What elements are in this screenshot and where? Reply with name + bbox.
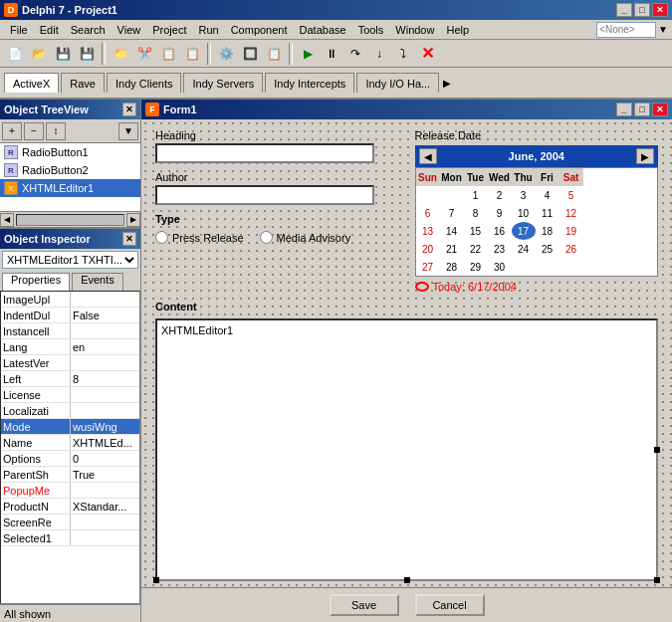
cal-day-empty3[interactable] [512,258,536,276]
treeview-hscrollbar[interactable]: ◀ ▶ [0,211,140,227]
cal-day-empty1[interactable] [416,186,440,204]
cal-day-22[interactable]: 22 [464,240,488,258]
tab-indy-intercepts[interactable]: Indy Intercepts [265,73,354,93]
treeview-item-xhtmleditor1[interactable]: X XHTMLEditor1 [0,179,140,197]
menu-run[interactable]: Run [192,22,224,38]
cal-day-18[interactable]: 18 [536,222,560,240]
treeview-close-button[interactable]: ✕ [122,103,136,116]
search-input[interactable] [596,22,656,38]
cancel-button[interactable]: Cancel [415,594,485,616]
cal-day-4[interactable]: 4 [536,186,560,204]
cal-day-empty4[interactable] [536,258,560,276]
cal-day-25[interactable]: 25 [536,240,560,258]
cal-day-12[interactable]: 12 [560,204,583,222]
cal-day-15[interactable]: 15 [464,222,488,240]
author-input[interactable] [155,185,374,205]
menu-help[interactable]: Help [440,22,475,38]
cal-day-16[interactable]: 16 [488,222,512,240]
treeview-item-radiobutton1[interactable]: R RadioButton1 [0,143,140,161]
cal-day-10[interactable]: 10 [512,204,536,222]
tab-events[interactable]: Events [72,273,123,291]
new-form-button[interactable]: 📋 [263,43,285,65]
inspector-object-select[interactable]: XHTMLEditor1 TXHTI... [2,251,138,269]
project-options-button[interactable]: 📋 [181,43,203,65]
menu-component[interactable]: Component [225,22,294,38]
heading-input[interactable] [155,143,374,163]
cal-day-20[interactable]: 20 [416,240,440,258]
menu-file[interactable]: File [4,22,34,38]
menu-window[interactable]: Window [389,22,440,38]
stop-button[interactable]: ✕ [416,43,438,65]
menu-database[interactable]: Database [294,22,352,38]
step-into-button[interactable]: ↓ [368,43,390,65]
cal-day-27[interactable]: 27 [416,258,440,276]
tv-new-button[interactable]: + [2,122,22,140]
menu-edit[interactable]: Edit [34,22,65,38]
tab-activex[interactable]: ActiveX [4,73,59,93]
tv-expand-button[interactable]: ▼ [118,122,138,140]
run-button[interactable]: ▶ [297,43,319,65]
tab-indy-clients[interactable]: Indy Clients [107,73,181,93]
menu-view[interactable]: View [112,22,147,38]
save-all-button[interactable]: 💾 [76,43,98,65]
resize-handle-bottom-right[interactable] [654,577,660,583]
treeview-item-radiobutton2[interactable]: R RadioButton2 [0,161,140,179]
cal-day-26[interactable]: 26 [560,240,583,258]
open-project-button[interactable]: 📁 [110,43,131,65]
inspector-close-button[interactable]: ✕ [122,232,136,246]
scroll-right-button[interactable]: ▶ [126,213,140,227]
cal-day-14[interactable]: 14 [440,222,464,240]
cal-day-5[interactable]: 5 [560,186,583,204]
tab-indy-servers[interactable]: Indy Servers [183,73,263,93]
save-button[interactable]: Save [330,594,399,616]
open-button[interactable]: 📂 [28,43,50,65]
cal-day-11[interactable]: 11 [536,204,560,222]
content-editor[interactable]: XHTMLEditor1 [155,318,658,581]
close-button[interactable]: ✕ [652,3,668,17]
cal-prev-button[interactable]: ◀ [419,148,437,164]
cal-day-17-today[interactable]: 17 [512,222,536,240]
toggle-form-button[interactable]: 🔲 [239,43,261,65]
cal-day-9[interactable]: 9 [488,204,512,222]
radio-press-release-input[interactable] [155,231,168,244]
cal-day-6[interactable]: 6 [416,204,440,222]
tab-properties[interactable]: Properties [2,273,70,291]
resize-handle-right[interactable] [654,447,660,453]
tv-delete-button[interactable]: − [24,122,44,140]
cal-next-button[interactable]: ▶ [636,148,654,164]
cal-day-7[interactable]: 7 [440,204,464,222]
step-over-button[interactable]: ↷ [344,43,366,65]
close-project-button[interactable]: ✂️ [133,43,155,65]
scroll-track[interactable] [16,214,124,226]
radio-press-release[interactable]: Press Release [155,231,244,244]
pause-button[interactable]: ⏸ [321,43,342,65]
run-cursor-button[interactable]: ⤵ [392,43,414,65]
form1-maximize-button[interactable]: □ [634,103,650,116]
radio-media-advisory-input[interactable] [260,231,273,244]
scroll-left-button[interactable]: ◀ [0,213,14,227]
cal-day-1[interactable]: 1 [464,186,488,204]
form1-minimize-button[interactable]: _ [616,103,632,116]
resize-handle-bottom-left[interactable] [153,577,159,583]
cal-day-29[interactable]: 29 [464,258,488,276]
form1-close-button[interactable]: ✕ [652,103,668,116]
menu-project[interactable]: Project [146,22,192,38]
tab-indy-io[interactable]: Indy I/O Ha... [356,73,439,93]
cal-day-23[interactable]: 23 [488,240,512,258]
resize-handle-bottom[interactable] [404,577,410,583]
save-toolbar-button[interactable]: 💾 [52,43,74,65]
menu-tools[interactable]: Tools [352,22,390,38]
minimize-button[interactable]: _ [616,3,632,17]
search-dropdown-icon[interactable]: ▼ [658,24,668,35]
cal-day-3[interactable]: 3 [512,186,536,204]
cal-day-8[interactable]: 8 [464,204,488,222]
tv-sort-button[interactable]: ↕ [46,122,66,140]
cal-day-30[interactable]: 30 [488,258,512,276]
project-manager-button[interactable]: 📋 [157,43,179,65]
cal-day-2[interactable]: 2 [488,186,512,204]
menu-search[interactable]: Search [65,22,112,38]
cal-day-empty2[interactable] [440,186,464,204]
environment-button[interactable]: ⚙️ [215,43,237,65]
cal-day-24[interactable]: 24 [512,240,536,258]
tab-more-icon[interactable]: ▶ [443,78,451,89]
